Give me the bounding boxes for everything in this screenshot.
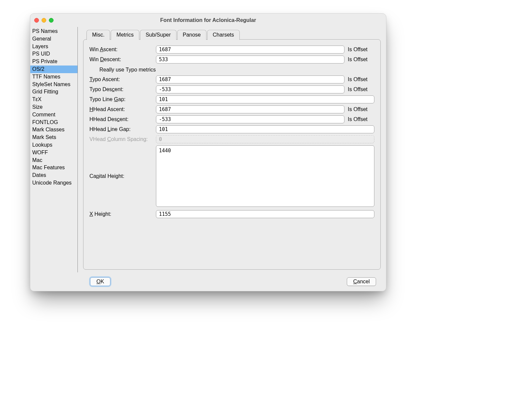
cancel-button[interactable]: Cancel — [347, 277, 376, 286]
sidebar-item-woff[interactable]: WOFF — [30, 149, 77, 157]
vhead-col-spacing-label: VHead Column Spacing: — [89, 136, 153, 142]
font-info-window: Font Information for Aclonica-Regular PS… — [30, 13, 386, 291]
tab-charsets[interactable]: Charsets — [207, 30, 240, 40]
footer: OK Cancel — [30, 272, 386, 291]
window-title: Font Information for Aclonica-Regular — [30, 17, 386, 23]
sidebar-item-os-2[interactable]: OS/2 — [30, 66, 77, 73]
win-descent-label: Win Descent: — [89, 57, 153, 63]
hhead-line-gap-input[interactable] — [156, 125, 374, 133]
sidebar-item-fontlog[interactable]: FONTLOG — [30, 119, 77, 126]
titlebar: Font Information for Aclonica-Regular — [30, 14, 386, 27]
typo-ascent-input[interactable] — [156, 75, 344, 83]
sidebar-item-ps-private[interactable]: PS Private — [30, 58, 77, 66]
typo-descent-offset-label[interactable]: Is Offset — [348, 86, 374, 92]
hhead-descent-offset-label[interactable]: Is Offset — [348, 116, 374, 122]
metrics-panel: Win Ascent: Is Offset Win Descent: Is Of… — [83, 39, 381, 270]
sidebar-item-dates[interactable]: Dates — [30, 172, 77, 179]
sidebar-item-unicode-ranges[interactable]: Unicode Ranges — [30, 179, 77, 187]
tab-misc-[interactable]: Misc. — [86, 30, 110, 40]
typo-descent-label: Typo Descent: — [89, 86, 153, 92]
really-use-typo-checkbox[interactable]: Really use Typo metrics — [89, 66, 374, 75]
hhead-ascent-input[interactable] — [156, 105, 344, 113]
hhead-descent-input[interactable] — [156, 115, 344, 123]
win-descent-input[interactable] — [156, 56, 344, 64]
tab-metrics[interactable]: Metrics — [111, 30, 139, 40]
sidebar-item-mac-features[interactable]: Mac Features — [30, 164, 77, 172]
typo-line-gap-input[interactable] — [156, 95, 374, 103]
vhead-col-spacing-input — [156, 135, 374, 143]
sidebar-item-grid-fitting[interactable]: Grid Fitting — [30, 88, 77, 96]
sidebar-item-general[interactable]: General — [30, 35, 77, 43]
typo-descent-input[interactable] — [156, 85, 344, 93]
typo-ascent-label: Typo Ascent: — [89, 76, 153, 82]
content-pane: Misc.MetricsSub/SuperPanoseCharsets Win … — [78, 27, 386, 272]
x-height-input[interactable] — [156, 210, 374, 218]
sidebar-item-t-x[interactable]: TεX — [30, 96, 77, 103]
tab-panose[interactable]: Panose — [177, 30, 206, 40]
sidebar-item-mark-sets[interactable]: Mark Sets — [30, 134, 77, 141]
sidebar-item-ttf-names[interactable]: TTF Names — [30, 73, 77, 81]
sidebar: PS NamesGeneralLayersPS UIDPS PrivateOS/… — [30, 27, 78, 272]
capital-height-label: Capital Height: — [89, 173, 153, 179]
sidebar-item-layers[interactable]: Layers — [30, 43, 77, 51]
hhead-descent-label: HHead Descent: — [89, 116, 153, 122]
hhead-ascent-offset-label[interactable]: Is Offset — [348, 106, 374, 112]
sidebar-item-ps-uid[interactable]: PS UID — [30, 50, 77, 58]
x-height-label: X Height: — [89, 211, 153, 217]
sidebar-item-mark-classes[interactable]: Mark Classes — [30, 126, 77, 134]
typo-line-gap-label: Typo Line Gap: — [89, 96, 153, 102]
sidebar-item-comment[interactable]: Comment — [30, 111, 77, 119]
capital-height-input[interactable] — [156, 145, 374, 207]
win-descent-offset-label[interactable]: Is Offset — [348, 57, 374, 63]
tab-sub-super[interactable]: Sub/Super — [140, 30, 177, 40]
hhead-line-gap-label: HHead Line Gap: — [89, 126, 153, 132]
sidebar-item-mac[interactable]: Mac — [30, 157, 77, 164]
hhead-ascent-label: HHead Ascent: — [89, 106, 153, 112]
sidebar-item-ps-names[interactable]: PS Names — [30, 28, 77, 35]
sidebar-item-lookups[interactable]: Lookups — [30, 141, 77, 149]
win-ascent-input[interactable] — [156, 46, 344, 54]
tabs: Misc.MetricsSub/SuperPanoseCharsets — [86, 30, 381, 40]
win-ascent-offset-label[interactable]: Is Offset — [348, 47, 374, 53]
typo-ascent-offset-label[interactable]: Is Offset — [348, 76, 374, 82]
sidebar-item-styleset-names[interactable]: StyleSet Names — [30, 81, 77, 88]
win-ascent-label: Win Ascent: — [89, 47, 153, 53]
ok-button[interactable]: OK — [90, 277, 110, 286]
sidebar-item-size[interactable]: Size — [30, 103, 77, 111]
